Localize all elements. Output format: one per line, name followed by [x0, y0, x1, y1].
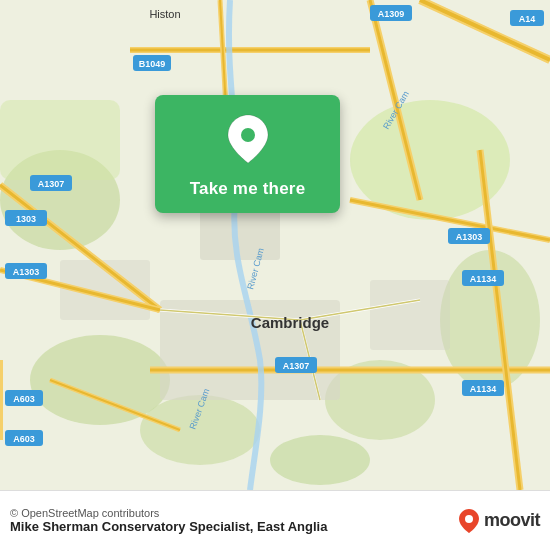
svg-point-8 — [270, 435, 370, 485]
svg-text:A603: A603 — [13, 394, 35, 404]
location-pin-icon — [226, 113, 270, 169]
svg-text:A1303: A1303 — [456, 232, 483, 242]
location-card[interactable]: Take me there — [155, 95, 340, 213]
svg-rect-6 — [0, 100, 120, 180]
footer-left: © OpenStreetMap contributors Mike Sherma… — [10, 507, 452, 534]
svg-text:A1309: A1309 — [378, 9, 405, 19]
svg-text:A1303: A1303 — [13, 267, 40, 277]
moovit-label: moovit — [484, 510, 540, 531]
svg-text:A1307: A1307 — [283, 361, 310, 371]
svg-point-69 — [241, 128, 255, 142]
map-view: A14 A1309 A1307 B1049 A1303 A1303 A1307 … — [0, 0, 550, 490]
svg-text:Histon: Histon — [149, 8, 180, 20]
svg-text:A1134: A1134 — [470, 384, 497, 394]
take-me-there-button[interactable]: Take me there — [190, 179, 306, 199]
svg-text:B1049: B1049 — [139, 59, 166, 69]
svg-text:1303: 1303 — [16, 214, 36, 224]
svg-text:A603: A603 — [13, 434, 35, 444]
svg-rect-12 — [370, 280, 450, 350]
footer-bar: © OpenStreetMap contributors Mike Sherma… — [0, 490, 550, 550]
moovit-pin-icon — [458, 508, 480, 534]
map-attribution: © OpenStreetMap contributors — [10, 507, 452, 519]
business-name: Mike Sherman Conservatory Specialist, Ea… — [10, 519, 452, 534]
svg-text:A1307: A1307 — [38, 179, 65, 189]
svg-text:Cambridge: Cambridge — [251, 314, 329, 331]
svg-text:A14: A14 — [519, 14, 536, 24]
svg-point-70 — [465, 515, 473, 523]
moovit-logo: moovit — [458, 508, 540, 534]
svg-text:A1134: A1134 — [470, 274, 497, 284]
